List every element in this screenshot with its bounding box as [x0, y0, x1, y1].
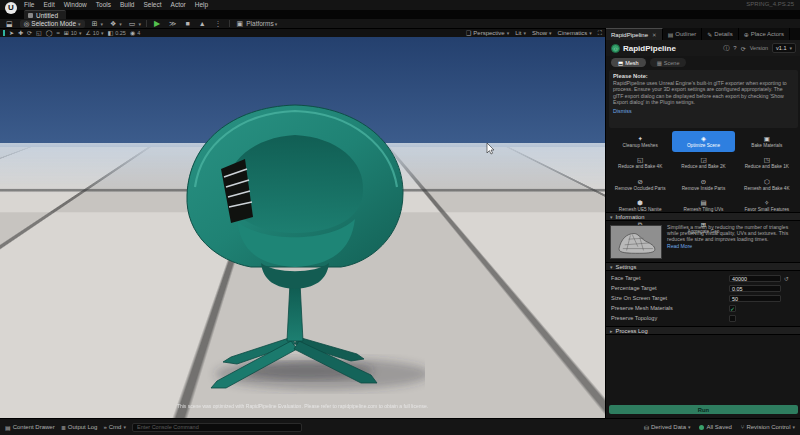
maximize-viewport-icon[interactable]: ⛶ — [598, 29, 602, 37]
remesh-4k-icon: ⬡ — [764, 178, 770, 185]
read-more-link[interactable]: Read More — [667, 243, 692, 249]
preset-remove-occluded[interactable]: ⊘Remove Occluded Parts — [609, 174, 671, 195]
camera-speed-control[interactable]: ◉ 4 — [130, 29, 140, 37]
outliner-icon: ▤ — [668, 31, 674, 38]
menu-file[interactable]: File — [24, 1, 34, 8]
derived-data-dropdown[interactable]: ⛁ Derived Data ▾ — [644, 424, 691, 431]
bake-icon: ▣ — [764, 135, 770, 142]
setting-screen-size-target: Size On Screen Target 50 — [606, 293, 800, 303]
surface-snap-icon[interactable]: ≈ — [56, 29, 59, 37]
preset-reduce-bake-4k[interactable]: ◱Reduce and Bake 4K — [609, 153, 671, 174]
platforms-icon: ▣ — [235, 19, 246, 29]
content-drawer-button[interactable]: ▤ Content Drawer — [5, 424, 55, 431]
stop-button[interactable]: ■ — [183, 19, 191, 29]
perspective-dropdown[interactable]: ❑ Perspective ▾ — [466, 29, 509, 37]
console-command-input[interactable] — [132, 423, 302, 432]
settings-rows: Face Target 40000 ↺ Percentage Target 0.… — [606, 273, 800, 323]
screen-size-target-input[interactable]: 50 — [729, 295, 781, 302]
preset-reduce-bake-2k[interactable]: ◲Reduce and Bake 2K — [672, 153, 734, 174]
panel-title: RapidPipeline — [623, 44, 676, 53]
output-log-button[interactable]: ≣ Output Log — [61, 424, 98, 431]
lit-dropdown[interactable]: Lit ▾ — [515, 30, 526, 36]
menu-tools[interactable]: Tools — [96, 1, 111, 8]
cmd-dropdown[interactable]: » Cmd ▾ — [103, 424, 126, 430]
play-button[interactable]: ▶ — [152, 19, 162, 29]
preset-bake-materials[interactable]: ▣Bake Materials — [736, 131, 798, 152]
preset-optimize-scene[interactable]: ◈Optimize Scene — [672, 131, 734, 152]
small-features-icon: ✧ — [764, 199, 769, 206]
notice-body: RapidPipeline uses Unreal Engine's built… — [613, 80, 794, 106]
run-button[interactable]: Run — [609, 405, 798, 414]
menu-edit[interactable]: Edit — [43, 1, 54, 8]
dismiss-link[interactable]: Dismiss — [613, 108, 632, 114]
play-options-button[interactable]: ⋮ — [213, 19, 224, 29]
preserve-topology-checkbox[interactable] — [729, 315, 736, 322]
face-target-input[interactable]: 40000 — [729, 275, 781, 282]
cmd-icon: » — [103, 424, 106, 430]
tab-rapidpipeline[interactable]: RapidPipeline ✕ — [606, 28, 663, 40]
tab-place-actors[interactable]: ⊕ Place Actors — [739, 28, 790, 40]
reset-to-default-icon[interactable]: ↺ — [784, 275, 789, 282]
scale-snap-control[interactable]: ◧ 0.25 — [107, 29, 125, 37]
percentage-target-input[interactable]: 0.05 — [729, 285, 781, 292]
selection-mode-dropdown[interactable]: ◎ Selection Mode ▾ — [20, 20, 85, 28]
preset-remesh-bake-4k[interactable]: ⬡Remesh and Bake 4K — [736, 174, 798, 195]
place-actors-icon: ⊕ — [744, 31, 749, 38]
menu-help[interactable]: Help — [195, 1, 208, 8]
world-space-icon[interactable]: ◯ — [46, 29, 53, 37]
cinematics-viewport-dropdown[interactable]: Cinematics ▾ — [558, 30, 592, 36]
skip-frame-button[interactable]: ≫ — [167, 19, 178, 29]
save-icon[interactable]: ⬓ — [4, 19, 15, 29]
menu-actor[interactable]: Actor — [171, 1, 186, 8]
level-icon — [28, 13, 33, 18]
remove-occluded-icon: ⊘ — [637, 178, 642, 185]
cleanup-icon: ✦ — [637, 135, 642, 142]
panel-header: ◌ RapidPipeline ⓘ ? ⟳ Version v1.1 ▾ — [606, 40, 800, 56]
blueprints-button[interactable]: ❖ ▾ — [108, 19, 122, 29]
eject-button[interactable]: ▲ — [197, 19, 208, 29]
settings-section-header[interactable]: ▾ Settings — [606, 262, 800, 271]
preset-remove-inside[interactable]: ⊙Remove Inside Parts — [672, 174, 734, 195]
cinematics-button[interactable]: ▭ ▾ — [127, 19, 141, 29]
select-icon[interactable]: ➤ — [9, 29, 14, 37]
viewport-3d[interactable]: This scene was optimized with RapidPipel… — [0, 37, 605, 418]
mode-tab-mesh[interactable]: ⬒ Mesh — [611, 58, 646, 67]
reduce-2k-icon: ◲ — [700, 156, 706, 163]
angle-snap-control[interactable]: ∠ 10 ▾ — [85, 29, 103, 37]
camera-icon: ❑ — [466, 29, 471, 37]
remesh-tiling-icon: ▤ — [700, 199, 706, 206]
preserve-materials-checkbox[interactable]: ✓ — [729, 305, 736, 312]
chevron-down-icon: ▾ — [610, 264, 613, 270]
move-icon[interactable]: ✚ — [18, 29, 23, 37]
tab-outliner[interactable]: ▤ Outliner — [663, 28, 703, 40]
preset-reduce-bake-1k[interactable]: ◳Reduce and Bake 1K — [736, 153, 798, 174]
process-log-section-header[interactable]: ▸ Process Log — [606, 326, 800, 335]
notice-title: Please Note: — [613, 73, 794, 79]
grid-snap-control[interactable]: ⊞ 10 ▾ — [64, 29, 82, 37]
refresh-icon[interactable]: ⟳ — [741, 45, 746, 52]
add-actor-button[interactable]: ⊞ ▾ — [90, 19, 103, 29]
information-section-header[interactable]: ▾ Information — [606, 212, 800, 221]
menu-select[interactable]: Select — [143, 1, 161, 8]
scale-icon[interactable]: ◱ — [36, 29, 42, 37]
revision-control-button[interactable]: ⑂ Revision Control ▾ — [741, 424, 795, 430]
tab-details[interactable]: ✎ Details — [702, 28, 738, 40]
rapidpipeline-panel: RapidPipeline ✕ ▤ Outliner ✎ Details ⊕ P… — [605, 28, 800, 418]
mode-indicator — [3, 30, 5, 36]
help-icon[interactable]: ? — [733, 45, 736, 51]
version-dropdown[interactable]: v1.1 ▾ — [772, 43, 796, 53]
level-tab[interactable]: Untitled — [24, 10, 66, 19]
menu-bar: U File Edit Window Tools Build Select Ac… — [0, 0, 800, 10]
info-icon[interactable]: ⓘ — [723, 44, 729, 53]
rotate-icon[interactable]: ⟳ — [27, 29, 32, 37]
close-icon[interactable]: ✕ — [652, 32, 657, 38]
menu-build[interactable]: Build — [120, 1, 134, 8]
chair-model[interactable] — [165, 75, 425, 405]
all-saved-indicator[interactable]: All Saved — [699, 424, 731, 430]
show-dropdown[interactable]: Show ▾ — [532, 30, 552, 36]
evaluation-watermark: This scene was optimized with RapidPipel… — [0, 403, 605, 409]
menu-window[interactable]: Window — [64, 1, 87, 8]
platforms-dropdown[interactable]: ▣ Platforms ▾ — [235, 19, 278, 29]
mode-tab-scene[interactable]: ▦ Scene — [650, 58, 687, 67]
preset-cleanup-meshes[interactable]: ✦Cleanup Meshes — [609, 131, 671, 152]
